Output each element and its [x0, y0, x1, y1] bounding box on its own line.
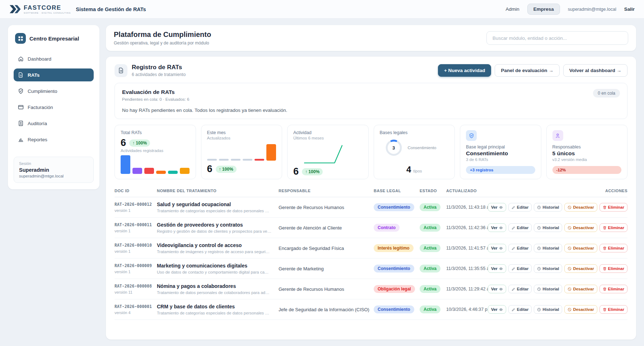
responsable: Gerente de Marketing	[279, 266, 374, 271]
panel-evaluacion-button[interactable]: Panel de evaluación →	[495, 64, 559, 77]
delta-badge: ↑ 100%	[129, 139, 150, 147]
doc-version: versión 4	[115, 311, 157, 315]
logout-link[interactable]: Salir	[624, 6, 635, 12]
base-legal-badge: Consentimiento	[374, 203, 414, 211]
mini-bar	[156, 171, 166, 174]
brand: FASTCORE SOFTWARE · DIGITAL CONSULTING	[9, 5, 71, 14]
base-principal-value: Consentimiento	[466, 150, 535, 157]
session-label: Sesión	[19, 161, 88, 166]
actividad-line-chart	[293, 140, 363, 167]
top-navbar: FASTCORE SOFTWARE · DIGITAL CONSULTING S…	[0, 0, 644, 19]
editar-button[interactable]: Editar	[508, 305, 532, 314]
desactivar-button[interactable]: Desactivar	[564, 223, 597, 232]
base-legal-badge: Contrato	[374, 224, 400, 232]
desactivar-button[interactable]: Desactivar	[564, 305, 597, 314]
sidebar-title: Centro Empresarial	[29, 35, 79, 42]
eye-icon	[499, 226, 503, 230]
ver-button[interactable]: Ver	[488, 203, 506, 212]
clock-icon	[537, 267, 541, 271]
clock-icon	[537, 226, 541, 230]
responsable: Gerente de Recursos Humanos	[279, 205, 374, 210]
ver-button[interactable]: Ver	[488, 264, 506, 273]
editar-button[interactable]: Editar	[508, 264, 532, 273]
audit-clipboard-icon	[18, 120, 24, 126]
search-input[interactable]	[486, 31, 628, 45]
sidebar: Centro Empresarial Dashboard RATs Cumpli…	[8, 25, 99, 189]
sidebar-item-facturacion[interactable]: Facturación	[14, 101, 94, 114]
historial-button[interactable]: Historial	[534, 203, 562, 212]
ver-button[interactable]: Ver	[488, 285, 506, 293]
rats-table: DOC ID NOMBRE DEL TRATAMIENTO RESPONSABL…	[115, 186, 627, 320]
eliminar-button[interactable]: Eliminar	[599, 244, 627, 252]
donut-center-value: 3	[385, 139, 403, 157]
doc-id: RAT-2026-000012	[115, 202, 157, 207]
registro-subtitle: 6 actividades de tratamiento	[132, 72, 186, 77]
ver-button[interactable]: Ver	[488, 305, 506, 314]
mini-bar	[243, 159, 252, 161]
treatment-description: Registro y gestión de datos de clientes …	[157, 229, 279, 233]
rats-table-body: RAT-2026-000012 versión 1 Salud y seguri…	[115, 197, 627, 320]
sidebar-item-reportes[interactable]: Reportes	[14, 133, 94, 146]
eliminar-button[interactable]: Eliminar	[599, 305, 627, 314]
mini-bar	[231, 159, 241, 161]
stat-responsables: Responsables 5 únicos v3.2 versión media…	[546, 125, 628, 179]
editar-button[interactable]: Editar	[508, 203, 532, 212]
editar-button[interactable]: Editar	[508, 223, 532, 232]
base-legal-badge: Consentimiento	[374, 265, 414, 272]
sidebar-item-cumplimiento[interactable]: Cumplimiento	[14, 85, 94, 98]
nav-empresa-button[interactable]: Empresa	[527, 4, 560, 15]
ver-button[interactable]: Ver	[488, 223, 506, 232]
base-legal-badge: Obligación legal	[374, 285, 415, 293]
ban-icon	[568, 226, 571, 230]
session-user: Superadmin	[19, 167, 88, 173]
editar-button[interactable]: Editar	[508, 285, 532, 293]
historial-button[interactable]: Historial	[534, 223, 562, 232]
eliminar-button[interactable]: Eliminar	[599, 223, 627, 232]
responsable: Encargado de Seguridad Física	[279, 246, 374, 251]
bases-legales-donut-chart: 3	[385, 139, 403, 157]
queue-badge: 0 en cola	[593, 89, 620, 98]
doc-version: versión 1	[115, 270, 157, 274]
desactivar-button[interactable]: Desactivar	[564, 285, 597, 293]
pencil-icon	[512, 226, 515, 230]
mini-bar	[132, 168, 142, 174]
page-subtitle: Gestión operativa, legal y de auditoría …	[114, 41, 211, 46]
sidebar-item-rats[interactable]: RATs	[14, 68, 94, 81]
treatment-description: Tratamiento de datos personales de colab…	[157, 290, 279, 295]
doc-version: versión 1	[115, 208, 157, 213]
trash-icon	[603, 226, 607, 230]
editar-button[interactable]: Editar	[508, 244, 532, 252]
nav-admin-link[interactable]: Admin	[505, 6, 519, 12]
ban-icon	[568, 246, 571, 250]
sidebar-item-dashboard[interactable]: Dashboard	[14, 52, 94, 65]
desactivar-button[interactable]: Desactivar	[564, 203, 597, 212]
eye-icon	[499, 308, 503, 312]
rats-panel: Registro de RATs 6 actividades de tratam…	[106, 57, 636, 340]
volver-dashboard-button[interactable]: Volver al dashboard →	[563, 64, 627, 77]
historial-button[interactable]: Historial	[534, 285, 562, 293]
sidebar-nav: Dashboard RATs Cumplimiento Facturación …	[14, 52, 94, 146]
eliminar-button[interactable]: Eliminar	[599, 285, 627, 293]
eliminar-button[interactable]: Eliminar	[599, 203, 627, 212]
historial-button[interactable]: Historial	[534, 305, 562, 314]
historial-button[interactable]: Historial	[534, 244, 562, 252]
mini-bar	[266, 144, 276, 161]
brand-name: FASTCORE	[24, 5, 71, 11]
eliminar-button[interactable]: Eliminar	[599, 264, 627, 273]
desactivar-button[interactable]: Desactivar	[564, 264, 597, 273]
nueva-actividad-button[interactable]: + Nueva actividad	[438, 64, 491, 77]
estado-badge: Activa	[420, 224, 440, 232]
treatment-name: Salud y seguridad ocupacional	[157, 202, 279, 207]
session-card: Sesión Superadmin superadmin@mtge.local	[14, 157, 94, 183]
user-email: superadmin@mtge.local	[568, 7, 616, 12]
desactivar-button[interactable]: Desactivar	[564, 244, 597, 252]
historial-button[interactable]: Historial	[534, 264, 562, 273]
este-mes-value: 6	[207, 164, 213, 174]
ver-button[interactable]: Ver	[488, 244, 506, 252]
doc-version: versión 11	[115, 290, 157, 294]
mini-bar	[219, 159, 229, 161]
stat-total-rats: Total RATs 6 ↑ 100% Actividades registra…	[115, 125, 196, 179]
sidebar-item-auditoria[interactable]: Auditoría	[14, 117, 94, 130]
trash-icon	[603, 267, 607, 271]
pencil-icon	[512, 308, 515, 312]
